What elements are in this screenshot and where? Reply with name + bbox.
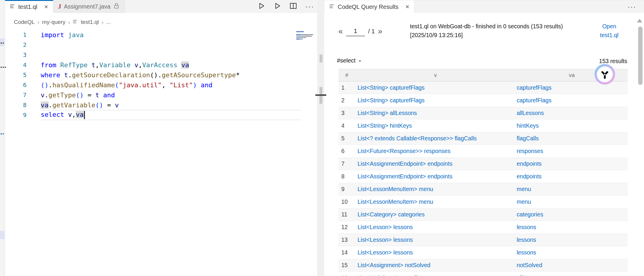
tab-close-icon[interactable]: ✕ xyxy=(405,4,409,10)
row-index: 2 xyxy=(338,97,355,104)
breadcrumb-item-test1-ql[interactable]: test1.ql xyxy=(81,19,99,25)
tab-codeql-query-results[interactable]: CodeQL Query Results ✕ xyxy=(324,0,414,13)
result-link-v[interactable]: List<Lesson> lessons xyxy=(358,236,413,243)
lock-icon xyxy=(113,3,120,11)
row-index: 11 xyxy=(338,211,355,218)
pagination: « / 1 » xyxy=(338,23,382,40)
run-query-button[interactable] xyxy=(258,2,265,11)
file-lines-icon xyxy=(10,3,16,11)
result-link-va[interactable]: lessons xyxy=(517,236,536,243)
resize-sash-handle[interactable] xyxy=(315,94,326,96)
result-link-va[interactable]: menu xyxy=(517,186,531,192)
code-lines[interactable]: 1import java234from RefType t,Variable v… xyxy=(5,30,317,120)
row-index: 8 xyxy=(338,173,355,180)
row-index: 5 xyxy=(338,135,355,142)
row-index: 12 xyxy=(338,224,355,231)
tab-assignment7-java[interactable]: J Assignment7.java xyxy=(53,0,125,13)
split-editor-button[interactable] xyxy=(289,2,297,11)
last-page-button[interactable]: » xyxy=(378,27,382,36)
result-link-va[interactable]: lessons xyxy=(517,224,536,230)
row-index: 13 xyxy=(338,236,355,243)
code-line[interactable]: 3 xyxy=(5,50,317,60)
table-row: 8List<AssignmentEndpoint> endpointsendpo… xyxy=(338,170,628,183)
code-line[interactable]: 1import java xyxy=(5,30,317,40)
code-line[interactable]: 6().hasQualifiedName("java.util", "List"… xyxy=(5,80,317,90)
result-link-va[interactable]: endpoints xyxy=(517,173,542,180)
code-line[interactable]: 9select v,va xyxy=(5,110,317,120)
open-query-file-link[interactable]: Open test1.ql xyxy=(593,22,626,40)
line-number: 4 xyxy=(5,61,27,68)
table-row: 6List<Future<Response>> responsesrespons… xyxy=(338,145,628,157)
code-line[interactable]: 7v.getType() = t and xyxy=(5,90,317,100)
result-link-va[interactable]: menu xyxy=(517,198,531,205)
result-link-v[interactable]: List<LessonMenuItem> menu xyxy=(358,198,433,205)
column-header-index[interactable]: # xyxy=(338,72,355,78)
minimap[interactable] xyxy=(296,31,317,44)
result-link-va[interactable]: capturefFlags xyxy=(517,97,551,104)
result-link-va[interactable]: hintKeys xyxy=(517,122,539,129)
file-lines-icon xyxy=(329,3,335,11)
code-text: where t.getSourceDeclaration().getASourc… xyxy=(27,71,240,79)
row-index: 10 xyxy=(338,198,355,205)
result-link-va[interactable]: lessons xyxy=(517,249,536,256)
query-status-text: test1.ql on WebGoat-db - finished in 0 s… xyxy=(410,22,575,40)
result-link-v[interactable]: List<LessonMenuItem> menu xyxy=(358,186,433,192)
code-line[interactable]: 2 xyxy=(5,40,317,50)
result-link-v[interactable]: List<Future<Response>> responses xyxy=(358,148,450,154)
result-link-v[interactable]: List<Category> categories xyxy=(358,211,425,218)
code-line[interactable]: 5where t.getSourceDeclaration().getASour… xyxy=(5,70,317,80)
panel-scrollbar-thumb[interactable] xyxy=(638,27,643,85)
scrollbar-up-arrow[interactable] xyxy=(637,19,642,22)
tab-close-icon[interactable]: ✕ xyxy=(44,4,48,10)
result-link-v[interactable]: List<Lesson> lessons xyxy=(358,224,413,230)
sliver-selection-band xyxy=(0,231,5,239)
table-row: 7List<AssignmentEndpoint> endpointsendpo… xyxy=(338,157,628,170)
page-number-input[interactable] xyxy=(346,26,365,36)
text-cursor xyxy=(84,111,85,119)
table-row: 9List<LessonMenuItem> menumenu xyxy=(338,183,628,196)
code-text: from RefType t,Variable v,VarAccess va xyxy=(27,61,189,69)
line-number: 2 xyxy=(5,41,27,48)
code-line[interactable]: 4from RefType t,Variable v,VarAccess va xyxy=(5,60,317,70)
run-query-alt-button[interactable] xyxy=(274,2,281,11)
result-link-va[interactable]: responses xyxy=(517,148,543,154)
result-link-va[interactable]: allLessons xyxy=(517,110,544,116)
assistant-logo-badge[interactable] xyxy=(594,64,615,85)
tab-test1-ql[interactable]: test1.ql ✕ xyxy=(5,0,53,13)
breadcrumb: CodeQL › my-query › test1.ql › ... xyxy=(5,17,317,27)
breadcrumb-item-symbol[interactable]: ... xyxy=(106,19,111,25)
result-link-va[interactable]: flagCalls xyxy=(517,135,539,142)
result-link-va[interactable]: notSolved xyxy=(517,262,542,268)
editor-group: test1.ql ✕ J Assignment7.java ··· CodeQL… xyxy=(5,0,317,276)
more-actions-button[interactable]: ··· xyxy=(305,2,314,11)
column-header-v[interactable]: v xyxy=(355,72,516,78)
sliver-text-fragment xyxy=(1,133,4,134)
result-link-v[interactable]: List<String> allLessons xyxy=(358,110,417,116)
editor-scrollbar-thumb[interactable] xyxy=(319,55,322,63)
row-index: 1 xyxy=(338,84,355,91)
result-link-v[interactable]: List<Lesson> lessons xyxy=(358,249,413,256)
result-link-v[interactable]: List<String> hintKeys xyxy=(358,122,412,129)
panel-more-actions-button[interactable]: ··· xyxy=(627,0,636,13)
result-link-v[interactable]: List<AssignmentEndpoint> endpoints xyxy=(358,173,452,180)
first-page-button[interactable]: « xyxy=(338,27,343,36)
breadcrumb-item-codeql[interactable]: CodeQL xyxy=(14,19,35,25)
select-dropdown[interactable]: #select ⌄ xyxy=(337,57,362,64)
java-file-icon: J xyxy=(58,3,61,10)
code-line[interactable]: 8va.getVariable() = v xyxy=(5,100,317,110)
result-link-v[interactable]: List<Assignment> notSolved xyxy=(358,262,430,268)
pane-divider[interactable] xyxy=(317,0,324,276)
result-link-v[interactable]: List<AssignmentEndpoint> endpoints xyxy=(358,160,452,167)
row-index: 3 xyxy=(338,110,355,116)
result-link-va[interactable]: categories xyxy=(517,211,543,218)
result-link-v[interactable]: List<? extends Callable<Response>> flagC… xyxy=(358,135,477,142)
table-row: 1List<String> capturefFlagscapturefFlags xyxy=(338,81,628,94)
result-link-v[interactable]: List<WebGoatUser> allUsers xyxy=(358,275,432,276)
breadcrumb-item-my-query[interactable]: my-query xyxy=(42,19,65,25)
result-link-v[interactable]: List<String> capturefFlags xyxy=(358,84,425,91)
result-link-va[interactable]: endpoints xyxy=(517,160,542,167)
result-link-va[interactable]: capturefFlags xyxy=(517,84,551,91)
table-row: 10List<LessonMenuItem> menumenu xyxy=(338,196,628,208)
result-link-va[interactable]: allUsers xyxy=(517,275,537,276)
result-link-v[interactable]: List<String> capturefFlags xyxy=(358,97,425,104)
